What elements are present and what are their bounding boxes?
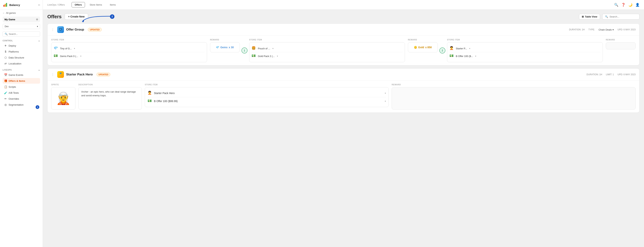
sidebar-item-localization[interactable]: ⇄ Localization xyxy=(2,61,40,66)
control-section: CONTROL ▲ ✈ Deploy $ Platforms ⬡ Data St… xyxy=(2,40,40,69)
chevron-down-icon: ▾ xyxy=(612,28,614,31)
starter-p-icon: 🧑‍🦱 xyxy=(450,46,454,51)
gear-icon[interactable]: ⚙ xyxy=(36,18,38,21)
offer-group-card: ⋮ 🛡 Offer Group UPDATED DURATION: 1H TYP… xyxy=(47,24,640,66)
gold-pack-icon: 💵 xyxy=(252,54,256,58)
sidebar-item-data-structure[interactable]: ⬡ Data Structure xyxy=(2,55,40,60)
page-header-right: ⊞ Table View 🔍 xyxy=(579,14,640,20)
page-content: Offers + Create New 2 ⊞ Table View 🔍 xyxy=(43,10,644,247)
sidebar-item-overrides[interactable]: ✏ Overrides xyxy=(2,96,40,102)
scripts-icon: 📋 xyxy=(4,85,7,88)
chain-3-reward-box xyxy=(606,42,636,49)
tiny-g-dropdown-icon[interactable]: ▾ xyxy=(74,47,75,50)
store-item-box: 🧑‍🦱 Starter Pack Hero ▾ 💵 B Offer 100 ($… xyxy=(145,87,389,107)
chain-3-store-item: STORE ITEM 🧑‍🦱 Starter P... ▾ 💵 xyxy=(447,39,603,62)
offer-group-menu-button[interactable]: ⋮ xyxy=(51,28,54,32)
theme-button[interactable]: 🌙 xyxy=(628,3,632,7)
sidebar-item-platforms[interactable]: $ Platforms xyxy=(2,49,40,54)
deploy-icon: ✈ xyxy=(4,44,7,47)
table-icon: ⊞ xyxy=(582,15,584,18)
chain-deals-value: Chain Deals xyxy=(598,28,612,31)
create-new-button[interactable]: + Create New xyxy=(65,14,88,20)
chain-arrow-badge-1: 1 xyxy=(242,48,248,54)
env-name: Dev xyxy=(5,25,8,28)
pouch-icon: 🍔 xyxy=(252,46,256,51)
logo-icon xyxy=(2,2,8,8)
sidebar-item-game-events[interactable]: 📅 Game Events xyxy=(2,72,40,78)
sidebar-item-segmentation[interactable]: ◎ Segmentation 1 xyxy=(2,102,40,108)
sidebar-item-deploy[interactable]: ✈ Deploy xyxy=(2,43,40,48)
offer-group-badge: UPDATED xyxy=(88,28,102,32)
sidebar-item-offers-items[interactable]: 🎁 Offers & Items xyxy=(2,78,40,84)
chain-2-item-1: 🍔 Pouch of ... ▾ xyxy=(252,45,402,52)
chain-1-item-2: 💵 Gems Pack 0 (... ▾ xyxy=(54,52,204,60)
chain-2-reward-box: 🪙 Gold x 850 xyxy=(408,42,438,52)
tiny-g-icon: 💎 xyxy=(54,46,58,51)
annotation-badge-1: 1 xyxy=(36,105,39,109)
starter-p-dropdown-icon[interactable]: ▾ xyxy=(469,47,470,50)
tab-items[interactable]: Items xyxy=(106,2,119,8)
chain-deals-select[interactable]: Chain Deals ▾ xyxy=(598,28,614,31)
help-button[interactable]: ❓ xyxy=(621,3,625,7)
offers-items-icon: 🎁 xyxy=(4,79,7,82)
sidebar-header: Balancy ‹‹ xyxy=(0,0,43,10)
starter-pack-limit: LIMIT: 1 xyxy=(606,73,614,76)
gem-label: Gems xyxy=(220,46,228,49)
tab-store-items[interactable]: Store Items xyxy=(86,2,105,8)
chain-1-col: STORE ITEM 💎 Tiny of G... ▾ 💵 xyxy=(51,39,240,62)
back-arrow-icon: ← xyxy=(2,12,5,14)
back-to-games-link[interactable]: ← All games xyxy=(2,12,40,14)
chain-2-inner: STORE ITEM 🍔 Pouch of ... ▾ 💵 xyxy=(249,39,438,62)
chain-2-item-2: 💵 Gold Pack 2 (... ▾ xyxy=(252,52,402,60)
starter-pack-card: ⋮ 🏅 Starter Pack Hero UPDATED DURATION: … xyxy=(47,68,640,113)
page-search[interactable]: 🔍 xyxy=(602,14,640,20)
sprite-box: 🧝 xyxy=(51,87,76,110)
chain-1-inner: STORE ITEM 💎 Tiny of G... ▾ 💵 xyxy=(51,39,240,62)
chain-3-item-2: 💵 B Offer 100 ($... ▾ xyxy=(450,52,600,60)
starter-pack-menu-button[interactable]: ⋮ xyxy=(51,73,54,76)
topbar: LiveOps / Offers Offers Store Items Item… xyxy=(43,0,644,10)
gold-pack-dropdown-icon[interactable]: ▾ xyxy=(277,55,278,57)
chain-deals-body: STORE ITEM 💎 Tiny of G... ▾ 💵 xyxy=(48,36,639,65)
gems-pack-dropdown-icon[interactable]: ▾ xyxy=(80,55,82,57)
starter-pack-cols: SPRITE 🧝 DESCRIPTION Archer - an epic he… xyxy=(51,84,636,110)
sidebar-search[interactable]: 🔍 xyxy=(2,31,40,37)
app-name: Balancy xyxy=(9,3,20,6)
description-text: Archer - an epic hero, who can deal rang… xyxy=(81,90,139,97)
chain-arrow-2: 2 xyxy=(438,39,447,62)
chain-arrow-badge-2: 2 xyxy=(440,48,445,54)
sidebar-item-scripts[interactable]: 📋 Scripts xyxy=(2,84,40,90)
chain-1-reward: REWARD 💎 Gems x 30 xyxy=(210,39,240,62)
liveops-section-header: LIVEOPS ▲ xyxy=(2,69,40,71)
b-offer-dropdown-icon[interactable]: ▾ xyxy=(475,55,476,57)
reward-col: REWARD xyxy=(392,84,636,110)
search-button[interactable]: 🔍 xyxy=(614,3,618,7)
starter-hero-icon: 🧑‍🦱 xyxy=(148,91,152,96)
page-search-input[interactable] xyxy=(610,15,637,18)
desc-col: DESCRIPTION Archer - an epic hero, who c… xyxy=(78,84,142,110)
sprite-icon: 🧝 xyxy=(56,92,71,106)
game-selector[interactable]: My Game ⚙ xyxy=(2,16,40,22)
sidebar-search-input[interactable] xyxy=(9,33,38,36)
chain-2-reward-gold: 🪙 Gold x 850 xyxy=(414,46,432,49)
page-title: Offers xyxy=(47,14,62,20)
annotation-badge-2: 2 xyxy=(110,14,114,19)
sprite-col: SPRITE 🧝 xyxy=(51,84,76,110)
starter-pack-icon: 🏅 xyxy=(57,71,64,78)
b-offer-100-dropdown-icon[interactable]: ▾ xyxy=(385,100,386,102)
tab-offers[interactable]: Offers xyxy=(72,2,85,8)
pouch-name: Pouch of ... xyxy=(258,47,270,50)
environment-selector[interactable]: Dev ▾ xyxy=(2,24,40,29)
user-button[interactable]: 👤 xyxy=(636,3,640,7)
chain-1-reward-box: 💎 Gems x 30 xyxy=(210,42,240,52)
chain-3-item-1: 🧑‍🦱 Starter P... ▾ xyxy=(450,45,600,52)
data-structure-icon: ⬡ xyxy=(4,56,7,59)
table-view-button[interactable]: ⊞ Table View xyxy=(579,14,600,20)
svg-marker-4 xyxy=(82,20,84,22)
collapse-sidebar-button[interactable]: ‹‹ xyxy=(38,3,40,6)
gold-amount: x 850 xyxy=(425,46,432,49)
sidebar-item-ab-tests[interactable]: 🧪 A/B Tests xyxy=(2,90,40,96)
topbar-actions: 🔍 ❓ 🌙 👤 xyxy=(614,3,640,7)
starter-hero-dropdown-icon[interactable]: ▾ xyxy=(385,92,386,94)
pouch-dropdown-icon[interactable]: ▾ xyxy=(272,47,274,50)
